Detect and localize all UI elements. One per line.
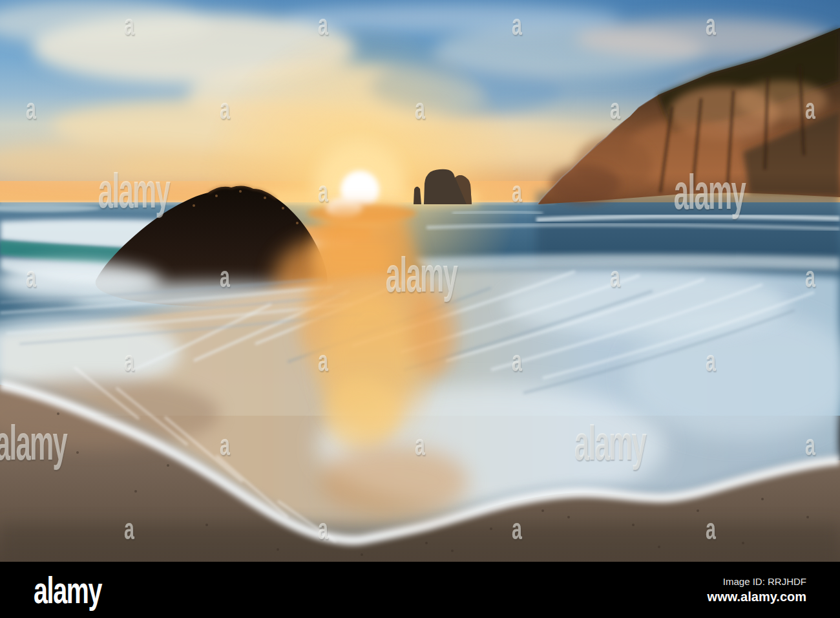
alamy-logo: alamy	[34, 568, 101, 612]
image-id: Image ID: RRJHDF	[708, 576, 806, 587]
photo-sunset-beach: alamyalamyalamyalamyalamyaaaaaaaaaaaaaaa…	[0, 0, 840, 562]
footer-bar: alamy Image ID: RRJHDF www.alamy.com	[0, 562, 840, 618]
alamy-website: www.alamy.com	[708, 590, 806, 604]
footer-meta: Image ID: RRJHDF www.alamy.com	[708, 576, 806, 604]
scene-svg	[0, 0, 840, 562]
alamy-stock-photo-preview: alamyalamyalamyalamyalamyaaaaaaaaaaaaaaa…	[0, 0, 840, 618]
